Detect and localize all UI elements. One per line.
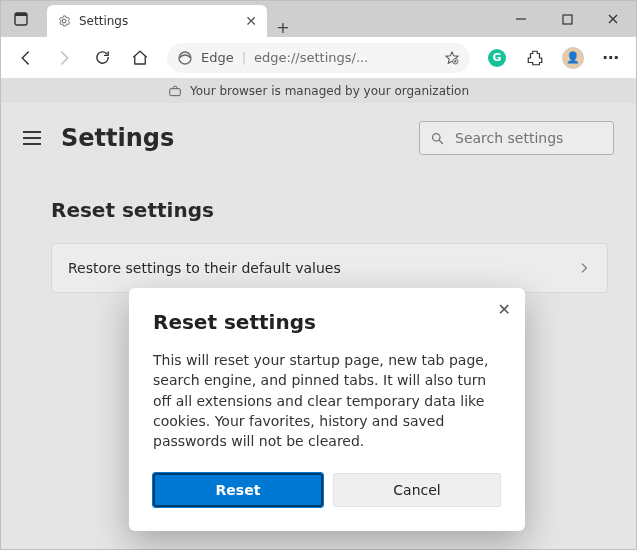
- svg-point-2: [62, 19, 66, 23]
- profile-avatar[interactable]: 👤: [556, 41, 590, 75]
- edge-logo-icon: [177, 50, 193, 66]
- home-button[interactable]: [123, 41, 157, 75]
- extensions-button[interactable]: [518, 41, 552, 75]
- window-controls: [498, 1, 636, 37]
- svg-rect-1: [15, 13, 27, 16]
- favorite-button[interactable]: [444, 50, 460, 66]
- dialog-title: Reset settings: [153, 310, 501, 334]
- minimize-button[interactable]: [498, 1, 544, 37]
- tab-close-button[interactable]: ✕: [245, 13, 257, 29]
- close-window-button[interactable]: [590, 1, 636, 37]
- cancel-button[interactable]: Cancel: [333, 473, 501, 507]
- svg-point-7: [179, 52, 191, 64]
- reset-settings-dialog: ✕ Reset settings This will reset your st…: [129, 288, 525, 531]
- managed-text: Your browser is managed by your organiza…: [190, 84, 469, 98]
- browser-window: Settings ✕ + Edge | edge://settings/... …: [0, 0, 637, 550]
- gear-icon: [57, 14, 71, 28]
- briefcase-icon: [168, 84, 182, 98]
- svg-rect-11: [170, 89, 181, 96]
- grammarly-extension[interactable]: G: [480, 41, 514, 75]
- tab-overview-button[interactable]: [1, 1, 41, 37]
- reset-button[interactable]: Reset: [153, 473, 323, 507]
- more-menu-button[interactable]: ⋯: [594, 41, 628, 75]
- tabstrip: Settings ✕ +: [41, 1, 498, 37]
- url-text: edge://settings/...: [254, 50, 436, 65]
- forward-button[interactable]: [47, 41, 81, 75]
- toolbar: Edge | edge://settings/... G 👤 ⋯: [1, 37, 636, 79]
- dialog-close-button[interactable]: ✕: [498, 300, 511, 319]
- tab-title: Settings: [79, 14, 128, 28]
- separator: |: [242, 50, 246, 65]
- settings-page: Settings Search settings Reset settings …: [1, 103, 636, 549]
- new-tab-button[interactable]: +: [267, 18, 299, 37]
- titlebar: Settings ✕ +: [1, 1, 636, 37]
- maximize-button[interactable]: [544, 1, 590, 37]
- tab-settings[interactable]: Settings ✕: [47, 5, 267, 37]
- edge-label: Edge: [201, 50, 234, 65]
- svg-rect-4: [563, 15, 572, 24]
- refresh-button[interactable]: [85, 41, 119, 75]
- dialog-body: This will reset your startup page, new t…: [153, 350, 501, 451]
- back-button[interactable]: [9, 41, 43, 75]
- address-bar[interactable]: Edge | edge://settings/...: [167, 43, 470, 73]
- dialog-actions: Reset Cancel: [153, 473, 501, 507]
- managed-banner: Your browser is managed by your organiza…: [1, 79, 636, 103]
